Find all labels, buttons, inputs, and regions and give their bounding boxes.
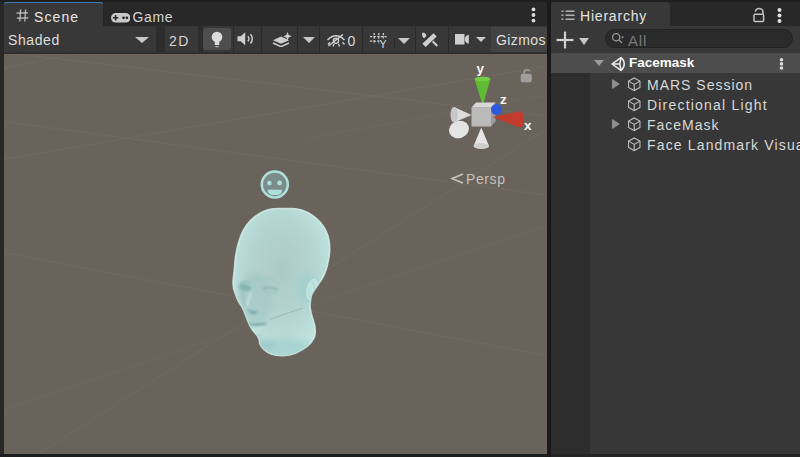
- svg-text:x: x: [524, 118, 532, 133]
- svg-text:y: y: [477, 61, 485, 76]
- svg-text:Y: Y: [380, 38, 387, 49]
- svg-text:z: z: [500, 92, 507, 107]
- svg-text:Persp: Persp: [466, 171, 506, 187]
